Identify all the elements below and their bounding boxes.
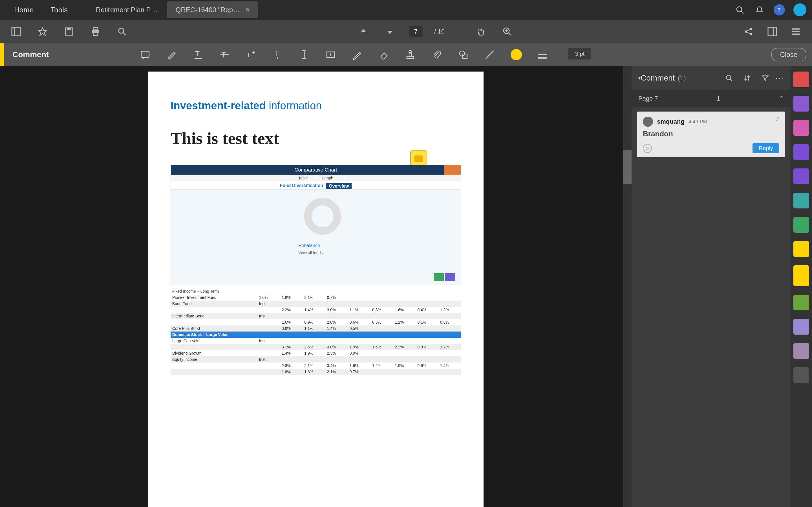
table-cell: [393, 356, 416, 362]
sidebar-toggle-icon[interactable]: [8, 24, 24, 39]
textbox-tool-icon[interactable]: T: [324, 48, 337, 61]
table-cell: 1.1%: [303, 325, 325, 332]
share-icon[interactable]: [741, 24, 756, 39]
line-weight-icon[interactable]: [536, 48, 549, 61]
document-scrollbar[interactable]: [623, 66, 631, 507]
rail-tool-9-icon[interactable]: [794, 295, 809, 311]
highlight-tool-icon[interactable]: [165, 48, 178, 61]
chart-tab-graph[interactable]: Graph: [322, 176, 333, 180]
rail-tool-11-icon[interactable]: [794, 343, 809, 359]
thread-header[interactable]: Page 7 1 ⌃: [631, 90, 791, 107]
zoom-select-icon[interactable]: [500, 24, 515, 39]
close-comment-toolbar-button[interactable]: Close: [771, 48, 806, 61]
replace-text-tool-icon[interactable]: T: [245, 48, 258, 61]
line-weight-value[interactable]: 3 pt: [568, 48, 591, 59]
menu-home[interactable]: Home: [6, 6, 42, 14]
table-cell: [370, 356, 393, 362]
scrollbar-thumb[interactable]: [623, 151, 631, 184]
panel-toggle-icon[interactable]: [765, 24, 780, 39]
star-icon[interactable]: [35, 24, 50, 39]
thread-chevron-icon[interactable]: ⌃: [779, 95, 784, 102]
rail-tool-10-icon[interactable]: [794, 319, 809, 335]
reply-button[interactable]: Reply: [753, 144, 779, 153]
comments-panel-header: ▾ Comment (1) ···: [631, 66, 791, 90]
user-avatar[interactable]: [794, 3, 806, 16]
sticky-note-tool-icon[interactable]: [139, 48, 152, 61]
panel-caret-icon[interactable]: ▾: [638, 75, 641, 81]
svg-line-1: [741, 11, 744, 13]
table-cell: [348, 313, 370, 319]
rail-tool-1-icon[interactable]: [794, 71, 809, 87]
page-down-icon[interactable]: [382, 24, 398, 39]
print-tab-icon[interactable]: [444, 165, 461, 175]
chart-viewall-link[interactable]: View all funds: [298, 250, 322, 255]
main-area: Investment-related information This is t…: [0, 66, 812, 507]
draw-line-tool-icon[interactable]: [483, 48, 496, 61]
rail-tool-7-icon[interactable]: [794, 217, 809, 233]
rail-tool-6-icon[interactable]: [794, 193, 809, 209]
comments-panel: ▾ Comment (1) ··· Page 7 1 ⌃ smquang: [631, 66, 812, 507]
chart-rebalance-link[interactable]: Rebalance: [298, 243, 320, 248]
attach-tool-icon[interactable]: [430, 48, 443, 61]
table-row: Equity IncomeInst: [170, 356, 461, 362]
sticky-note-icon[interactable]: [410, 151, 427, 167]
comment-toolbar: Comment T T T T T 3 pt Close: [0, 43, 812, 66]
table-cell: 1.4%: [325, 325, 348, 332]
chart-header: Comparative Chart: [171, 165, 461, 175]
rail-comment-active-icon[interactable]: [794, 265, 809, 286]
color-swatch[interactable]: [510, 48, 523, 61]
table-cell: [325, 313, 348, 319]
save-icon[interactable]: [61, 24, 77, 39]
strikethrough-tool-icon[interactable]: T: [218, 48, 231, 61]
table-row: Dividend Growth1.4%1.9%2.3%0.9%: [170, 350, 461, 356]
document-viewport[interactable]: Investment-related information This is t…: [0, 66, 631, 507]
help-icon[interactable]: ?: [774, 4, 785, 15]
rail-tool-8-icon[interactable]: [794, 241, 809, 257]
overflow-icon[interactable]: [788, 24, 804, 39]
chart-tab-table[interactable]: Table: [298, 176, 308, 180]
search-icon[interactable]: [734, 4, 746, 15]
table-cell: [280, 300, 303, 307]
pencil-tool-icon[interactable]: [351, 48, 364, 61]
close-tab-icon[interactable]: ×: [245, 5, 250, 14]
rail-tool-12-icon[interactable]: [794, 367, 809, 383]
hand-tool-icon[interactable]: [473, 24, 488, 39]
table-cell: 0.8%: [439, 319, 461, 325]
print-icon[interactable]: [88, 24, 103, 39]
doc-tab-2[interactable]: QREC-16400 "Rep… ×: [167, 1, 259, 18]
comment-card[interactable]: smquang 4:49 PM ⤢ Brandon ☺ Reply: [637, 112, 785, 157]
table-cell: [170, 344, 257, 350]
table-body-2: Large Cap ValueInst3.1%2.6%4.0%1.9%1.5%2…: [170, 338, 461, 375]
test-text-annotation[interactable]: This is test text: [170, 129, 461, 148]
rail-tool-3-icon[interactable]: [794, 120, 809, 136]
find-icon[interactable]: [114, 24, 130, 39]
svg-text:T: T: [247, 51, 250, 58]
comment-expand-icon[interactable]: ⤢: [775, 115, 780, 122]
underline-tool-icon[interactable]: T: [192, 48, 205, 61]
chart-badge-green-icon[interactable]: [434, 273, 444, 281]
rail-tool-5-icon[interactable]: [794, 168, 809, 184]
rail-tool-2-icon[interactable]: [794, 96, 809, 112]
doc-tab-1[interactable]: Retirement Plan P…: [87, 1, 166, 18]
table-cell: 0.8%: [416, 344, 438, 350]
chart-badge-violet-icon[interactable]: [445, 273, 455, 281]
panel-filter-icon[interactable]: [760, 73, 770, 83]
page-number-input[interactable]: [409, 26, 423, 37]
panel-sort-icon[interactable]: [742, 73, 752, 83]
insert-text-tool-icon[interactable]: T: [271, 48, 284, 61]
table-cell: 1.4%: [439, 362, 461, 369]
table-cell: [370, 325, 393, 332]
text-caret-tool-icon[interactable]: [298, 48, 311, 61]
menu-tools[interactable]: Tools: [42, 6, 76, 14]
page-up-icon[interactable]: [356, 24, 371, 39]
notifications-icon[interactable]: [754, 4, 765, 15]
shapes-tool-icon[interactable]: [457, 48, 470, 61]
panel-search-icon[interactable]: [724, 73, 734, 83]
emoji-reaction-icon[interactable]: ☺: [643, 144, 652, 153]
eraser-tool-icon[interactable]: [377, 48, 390, 61]
stamp-tool-icon[interactable]: [404, 48, 417, 61]
chart-title-row: Fund Diversification Overview: [171, 183, 461, 189]
rail-tool-4-icon[interactable]: [794, 144, 809, 160]
panel-more-icon[interactable]: ···: [776, 73, 784, 82]
table-row: Bond FundInst: [170, 300, 461, 307]
